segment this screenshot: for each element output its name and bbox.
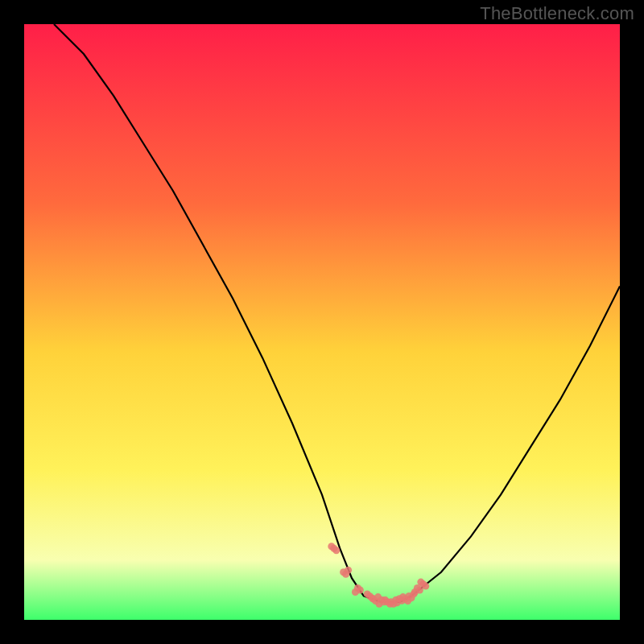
chart-svg bbox=[24, 24, 620, 620]
marker-dot bbox=[357, 587, 364, 594]
marker-dot bbox=[422, 583, 429, 590]
plot-area bbox=[24, 24, 620, 620]
gradient-background bbox=[24, 24, 620, 620]
marker-dot bbox=[332, 547, 340, 554]
chart-stage: TheBottleneck.com bbox=[0, 0, 644, 644]
watermark-text: TheBottleneck.com bbox=[480, 3, 634, 24]
marker-dot bbox=[345, 567, 352, 574]
